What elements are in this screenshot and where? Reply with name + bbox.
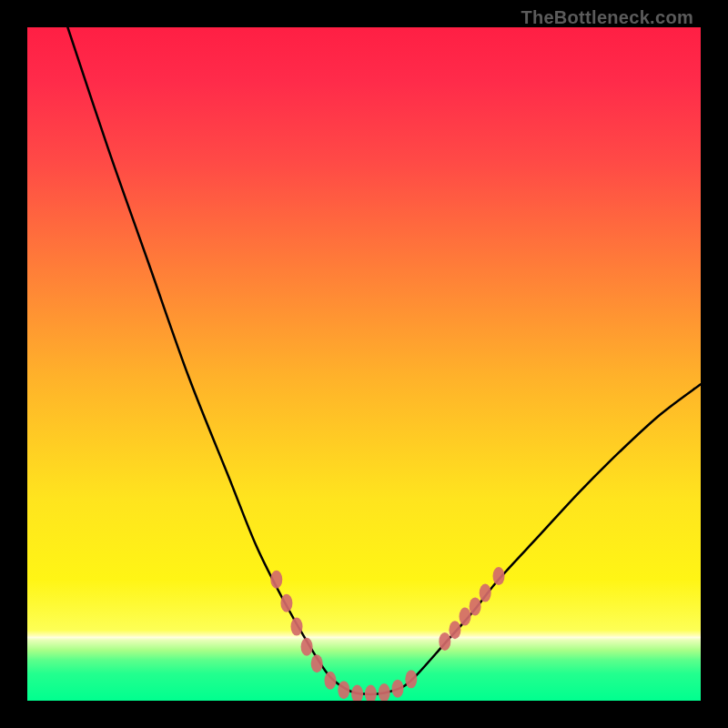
highlight-marker bbox=[301, 638, 313, 656]
highlight-marker bbox=[439, 632, 450, 651]
highlight-marker bbox=[480, 584, 491, 602]
bottleneck-curve bbox=[67, 27, 701, 694]
highlight-marker bbox=[392, 680, 404, 698]
watermark-text: TheBottleneck.com bbox=[521, 7, 693, 27]
chart-svg bbox=[27, 27, 701, 701]
highlight-marker bbox=[291, 618, 303, 636]
highlight-marker bbox=[460, 608, 471, 626]
highlight-marker bbox=[449, 621, 460, 639]
highlight-marker bbox=[470, 597, 481, 615]
highlight-marker bbox=[280, 594, 292, 612]
highlight-marker bbox=[351, 685, 363, 701]
watermark-link[interactable]: TheBottleneck.com bbox=[521, 8, 693, 26]
highlight-marker bbox=[325, 672, 337, 690]
highlight-marker bbox=[311, 654, 323, 672]
highlight-marker bbox=[379, 683, 390, 701]
highlight-marker bbox=[405, 670, 417, 688]
outer-frame: TheBottleneck.com bbox=[0, 0, 728, 728]
highlight-marker bbox=[338, 681, 349, 699]
highlight-marker bbox=[270, 571, 282, 589]
plot-area bbox=[27, 27, 701, 701]
highlight-markers bbox=[270, 567, 504, 701]
highlight-marker bbox=[493, 567, 505, 585]
highlight-marker bbox=[365, 685, 377, 701]
